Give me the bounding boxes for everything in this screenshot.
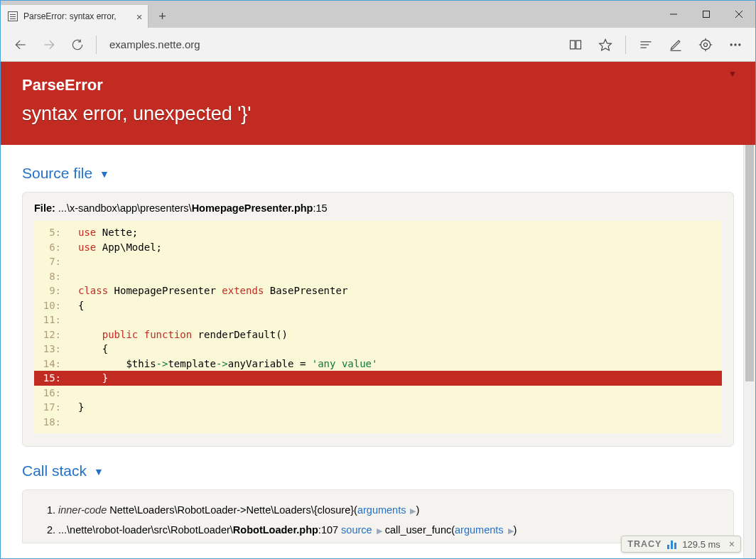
collapse-icon[interactable]: ▼: [728, 69, 737, 79]
window-minimize-button[interactable]: [657, 1, 690, 28]
tracy-logo: TRACY: [627, 539, 662, 549]
code-line: 17:}: [34, 400, 722, 415]
hub-icon[interactable]: [632, 31, 660, 59]
expand-icon[interactable]: ▶: [508, 526, 514, 535]
svg-point-17: [730, 43, 732, 45]
error-message: syntax error, unexpected '}': [22, 103, 734, 125]
stack-frame: inner-code Nette\Loaders\RobotLoader->Ne…: [58, 500, 722, 520]
code-line: 12: public function renderDefault(): [34, 327, 722, 342]
code-line: 5:use Nette;: [34, 225, 722, 240]
svg-point-18: [735, 43, 736, 45]
arguments-link[interactable]: arguments: [455, 524, 504, 536]
error-header: ▼ ParseError syntax error, unexpected '}…: [1, 62, 755, 145]
code-line: 9:class HomepagePresenter extends BasePr…: [34, 283, 722, 298]
toolbar-separator: [96, 36, 97, 54]
tracy-debug-bar[interactable]: TRACY 129.5 ms ×: [621, 536, 741, 553]
svg-point-19: [739, 43, 740, 45]
window-maximize-button[interactable]: [690, 1, 723, 28]
code-line: 16:: [34, 386, 722, 401]
call-stack-label: Call stack: [22, 462, 87, 479]
arguments-link[interactable]: arguments: [357, 504, 406, 516]
more-icon[interactable]: [721, 31, 750, 59]
source-file-panel: File: ...\x-sandbox\app\presenters\Homep…: [22, 192, 734, 447]
source-link[interactable]: source: [341, 524, 372, 536]
window-titlebar: ParseError: syntax error, × +: [1, 1, 755, 28]
file-label: File:: [34, 202, 55, 214]
window-close-button[interactable]: [723, 1, 755, 28]
file-path: File: ...\x-sandbox\app\presenters\Homep…: [34, 202, 722, 214]
share-icon[interactable]: [691, 31, 720, 59]
favorite-icon[interactable]: [591, 31, 620, 59]
chevron-down-icon: ▼: [94, 466, 104, 477]
code-line: 18:: [34, 415, 722, 430]
chevron-down-icon: ▼: [99, 168, 109, 180]
browser-tab[interactable]: ParseError: syntax error, ×: [1, 5, 148, 28]
source-file-heading[interactable]: Source file ▼: [22, 165, 734, 182]
code-line: 8:: [34, 269, 722, 284]
reading-view-icon[interactable]: [561, 31, 590, 59]
code-listing: 5:use Nette; 6:use App\Model; 7: 8: 9:cl…: [34, 221, 722, 433]
call-stack-heading[interactable]: Call stack ▼: [22, 462, 734, 479]
page-content: ▼ ParseError syntax error, unexpected '}…: [1, 62, 755, 558]
toolbar-separator: [625, 36, 626, 54]
code-line: 7:: [34, 254, 722, 269]
svg-marker-6: [600, 39, 612, 50]
svg-rect-1: [703, 11, 710, 18]
source-file-label: Source file: [22, 165, 92, 181]
bars-icon: [667, 539, 676, 549]
browser-toolbar: examples.nette.org: [1, 28, 755, 62]
code-line: 6:use App\Model;: [34, 240, 722, 255]
code-line: 14: $this->template->anyVariable = 'any …: [34, 357, 722, 371]
scrollbar-thumb[interactable]: [745, 112, 754, 381]
svg-point-12: [704, 43, 708, 46]
forward-button[interactable]: [35, 31, 63, 59]
code-line: 11:: [34, 313, 722, 327]
tab-close-icon[interactable]: ×: [136, 11, 143, 23]
expand-icon[interactable]: ▶: [377, 526, 382, 535]
new-tab-button[interactable]: +: [148, 5, 176, 28]
code-line: 13: {: [34, 342, 722, 357]
code-line-highlighted: 15: }: [34, 371, 722, 386]
svg-point-11: [701, 40, 710, 49]
error-type: ParseError: [22, 76, 734, 94]
notes-icon[interactable]: [662, 31, 690, 59]
back-button[interactable]: [6, 31, 35, 59]
tracy-close-icon[interactable]: ×: [729, 538, 735, 550]
address-bar[interactable]: examples.nette.org: [101, 38, 561, 50]
refresh-button[interactable]: [63, 31, 92, 59]
tab-title: ParseError: syntax error,: [23, 11, 117, 21]
page-icon: [8, 11, 18, 21]
tracy-time: 129.5 ms: [682, 539, 720, 550]
code-line: 10:{: [34, 298, 722, 313]
